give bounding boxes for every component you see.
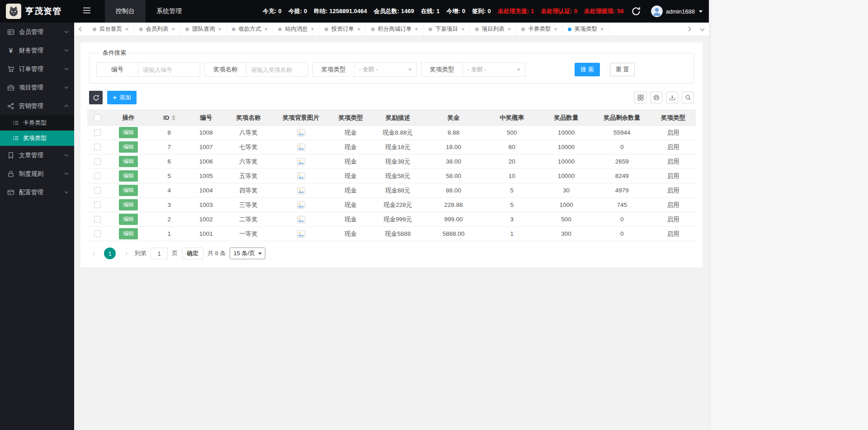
sort-icons[interactable] <box>172 115 175 121</box>
row-checkbox[interactable] <box>94 230 101 237</box>
prev-page-button[interactable] <box>89 248 100 259</box>
select-value: - 全部 - <box>359 65 378 74</box>
tab-dot-icon <box>139 28 143 31</box>
tab-close-icon[interactable]: × <box>461 26 465 32</box>
user-menu[interactable]: admin1688 <box>651 5 709 17</box>
tab-dot-icon <box>429 28 432 31</box>
alert-pending-recharge[interactable]: 未处理充值:1 <box>498 7 534 15</box>
header-refresh-button[interactable] <box>631 6 641 16</box>
edit-button[interactable]: 编辑 <box>119 199 138 210</box>
row-checkbox[interactable] <box>94 173 101 179</box>
confirm-page-button[interactable]: 确定 <box>182 248 203 259</box>
search-button[interactable]: 搜 索 <box>575 63 600 76</box>
cell-remain: 745 <box>594 198 651 212</box>
tab-close-icon[interactable]: × <box>264 26 268 32</box>
tab-card-type[interactable]: 卡券类型× <box>516 23 563 36</box>
code-input[interactable] <box>138 62 200 77</box>
tab-close-icon[interactable]: × <box>508 26 511 32</box>
row-checkbox[interactable] <box>94 144 101 150</box>
row-checkbox[interactable] <box>94 158 101 165</box>
col-header-prize-name: 奖项名称 <box>223 110 274 126</box>
row-checkbox[interactable] <box>94 201 101 208</box>
add-button[interactable]: 添加 <box>107 91 137 104</box>
goto-page-input[interactable] <box>151 248 168 259</box>
tab-close-icon[interactable]: × <box>554 26 557 32</box>
sidebar-subitem-prize-type[interactable]: 奖项类型 <box>0 131 74 146</box>
reset-button[interactable]: 重 置 <box>610 63 635 76</box>
edit-button[interactable]: 编辑 <box>119 127 138 138</box>
tab-close-icon[interactable]: × <box>172 26 175 32</box>
sidebar-item-label: 文章管理 <box>19 151 61 159</box>
tab-member-list[interactable]: 会员列表× <box>134 23 181 36</box>
print-button[interactable] <box>650 92 662 103</box>
cell-id: 8 <box>149 126 189 140</box>
sidebar-item-order-management[interactable]: 订单管理 <box>0 60 74 78</box>
chevron-down-icon <box>258 252 262 255</box>
tab-prize-type[interactable]: 奖项类型× <box>563 23 609 36</box>
edit-button[interactable]: 编辑 <box>119 214 138 225</box>
edit-button[interactable]: 编辑 <box>119 228 138 239</box>
row-checkbox[interactable] <box>94 216 101 223</box>
col-header-reward-desc: 奖励描述 <box>373 110 422 126</box>
edit-button[interactable]: 编辑 <box>119 170 138 182</box>
tab-close-icon[interactable]: × <box>415 26 419 32</box>
tab-payment-method[interactable]: 收款方式× <box>227 23 274 36</box>
nav-system-management[interactable]: 系统管理 <box>146 0 193 23</box>
sidebar-subitem-card-type[interactable]: 卡券类型 <box>0 115 74 131</box>
sidebar-item-config-management[interactable]: 配置管理 <box>0 183 74 201</box>
page-number-button[interactable]: 1 <box>104 248 116 259</box>
tabs-scroll-right-button[interactable] <box>682 23 695 36</box>
broken-image-icon <box>297 201 305 209</box>
sidebar-item-rules-management[interactable]: 制度规则 <box>0 164 74 183</box>
edit-button[interactable]: 编辑 <box>119 185 138 196</box>
edit-button[interactable]: 编辑 <box>119 156 138 167</box>
cell-id: 6 <box>149 154 189 169</box>
tabs-scroll-left-button[interactable] <box>74 23 88 36</box>
sidebar-item-finance-management[interactable]: ¥ 财务管理 <box>0 41 74 60</box>
tab-close-icon[interactable]: × <box>125 26 129 32</box>
cell-desc: 现金5888 <box>373 227 422 241</box>
tab-close-icon[interactable]: × <box>600 26 604 32</box>
tab-home[interactable]: 后台首页× <box>88 23 134 36</box>
table-search-button[interactable] <box>682 92 694 103</box>
tab-points-mall-orders[interactable]: 积分商城订单× <box>366 23 424 36</box>
alert-pending-withdrawal[interactable]: 未处理提现:56 <box>584 7 624 15</box>
table-tools <box>634 92 694 103</box>
refresh-table-button[interactable] <box>89 91 103 104</box>
filter-columns-button[interactable] <box>634 92 646 103</box>
row-checkbox[interactable] <box>94 187 101 194</box>
per-page-select[interactable]: 15 条/页 <box>230 248 265 259</box>
table-row: 编辑 2 1002 二等奖 现金 现金999元 999.00 3 500 0 启… <box>87 212 696 227</box>
row-checkbox[interactable] <box>94 129 101 136</box>
tab-close-icon[interactable]: × <box>357 26 361 32</box>
sidebar-item-marketing-management[interactable]: 营销管理 <box>0 97 74 115</box>
alert-label: 未处理充值: <box>498 8 529 14</box>
next-page-button[interactable] <box>120 248 131 259</box>
sidebar-item-project-management[interactable]: 项目管理 <box>0 78 74 97</box>
tab-investment-orders[interactable]: 投资订单× <box>320 23 366 36</box>
cell-bonus: 38.00 <box>422 154 485 169</box>
export-button[interactable] <box>666 92 678 103</box>
select-all-checkbox[interactable] <box>94 114 101 121</box>
tab-project-list[interactable]: 项目列表× <box>470 23 517 36</box>
sidebar-item-article-management[interactable]: 文章管理 <box>0 146 74 164</box>
sidebar-item-member-management[interactable]: 会员管理 <box>0 23 74 41</box>
alert-pending-verification[interactable]: 未处理认证:0 <box>541 7 577 15</box>
edit-button[interactable]: 编辑 <box>119 141 138 153</box>
sidebar-toggle-button[interactable] <box>74 0 99 23</box>
nav-console[interactable]: 控制台 <box>105 0 146 23</box>
prize-type-select-2[interactable]: - 全部 - <box>463 62 525 77</box>
prize-name-input[interactable] <box>246 62 308 77</box>
prize-type-select[interactable]: - 全部 - <box>354 62 417 77</box>
col-header-id[interactable]: ID <box>149 110 189 126</box>
tab-team-query[interactable]: 团队查询× <box>180 23 227 36</box>
sidebar-subitem-label: 奖项类型 <box>23 134 47 142</box>
tab-close-icon[interactable]: × <box>218 26 222 32</box>
plus-icon <box>113 95 117 100</box>
stat-value: 1 <box>436 8 439 14</box>
tabs-menu-button[interactable] <box>695 23 709 36</box>
tab-site-messages[interactable]: 站内消息× <box>273 23 320 36</box>
tab-close-icon[interactable]: × <box>311 26 314 32</box>
stat-label: 今提: <box>288 8 302 14</box>
tab-delisted-projects[interactable]: 下架项目× <box>424 23 470 36</box>
